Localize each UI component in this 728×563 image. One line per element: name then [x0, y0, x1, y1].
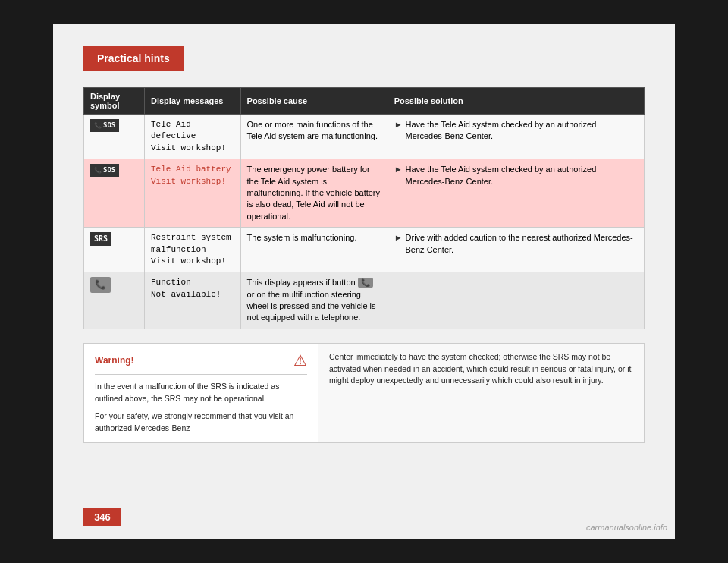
- table-row: 📞SOSTele Aid defectiveVisit workshop!One…: [84, 115, 645, 159]
- bullet-arrow: ►: [394, 119, 403, 131]
- warning-icon: ⚠: [293, 351, 307, 370]
- messages-cell: Tele Aid defectiveVisit workshop!: [145, 115, 241, 159]
- symbol-cell: 📞SOS: [84, 159, 145, 228]
- col-header-messages: Display messages: [145, 88, 241, 115]
- col-header-solution: Possible solution: [388, 88, 644, 115]
- page-number: 346: [83, 508, 121, 526]
- table-row: 📞SOSTele Aid batteryVisit workshop!The e…: [84, 159, 645, 228]
- solution-text: Have the Tele Aid system checked by an a…: [406, 119, 638, 143]
- solution-text: Drive with added caution to the nearest …: [406, 232, 638, 256]
- section-header: Practical hints: [83, 46, 184, 71]
- col-header-cause: Possible cause: [240, 88, 388, 115]
- warning-text: In the event a malfunction of the SRS is…: [95, 381, 307, 435]
- page-container: Practical hints Display symbol Display m…: [53, 24, 675, 539]
- bottom-section: Warning! ⚠ In the event a malfunction of…: [83, 343, 645, 443]
- solution-item: ►Have the Tele Aid system checked by an …: [394, 119, 638, 143]
- col-header-symbol: Display symbol: [84, 88, 145, 115]
- solution-text: Have the Tele Aid system checked by an a…: [406, 164, 638, 187]
- solution-item: ►Have the Tele Aid system checked by an …: [394, 164, 638, 187]
- sos-symbol: 📞SOS: [90, 164, 119, 177]
- cause-cell: The emergency power battery for the Tele…: [240, 159, 388, 228]
- warning-title: Warning!: [95, 355, 134, 366]
- continuation-box: Center immediately to have the system ch…: [318, 343, 645, 443]
- solution-cell: ►Have the Tele Aid system checked by an …: [388, 159, 644, 228]
- symbol-cell: SRS: [84, 228, 145, 272]
- table-row: SRSRestraint systemmalfunctionVisit work…: [84, 228, 645, 272]
- sos-symbol: 📞SOS: [90, 119, 119, 132]
- warning-header: Warning! ⚠: [95, 351, 307, 375]
- symbol-cell: 📞SOS: [84, 115, 145, 159]
- messages-cell: Restraint systemmalfunctionVisit worksho…: [145, 228, 241, 272]
- messages-cell: FunctionNot available!: [145, 272, 241, 329]
- continuation-text: Center immediately to have the system ch…: [329, 351, 633, 387]
- solution-cell: [388, 272, 644, 329]
- symbol-cell: 📞: [84, 272, 145, 329]
- warning-paragraph-1: In the event a malfunction of the SRS is…: [95, 381, 307, 405]
- warning-paragraph-2: For your safety, we strongly recommend t…: [95, 410, 307, 435]
- cause-cell: The system is malfunctioning.: [240, 228, 388, 272]
- bullet-arrow: ►: [394, 164, 403, 175]
- bullet-arrow: ►: [394, 232, 403, 244]
- srs-symbol: SRS: [90, 232, 111, 246]
- solution-item: ►Drive with added caution to the nearest…: [394, 232, 638, 256]
- solution-cell: ►Drive with added caution to the nearest…: [388, 228, 644, 272]
- messages-cell: Tele Aid batteryVisit workshop!: [145, 159, 241, 228]
- cause-cell: This display appears if button 📞 or on t…: [240, 272, 388, 329]
- watermark: carmanualsonline.info: [586, 523, 667, 532]
- display-table: Display symbol Display messages Possible…: [83, 87, 645, 329]
- section-title: Practical hints: [97, 52, 170, 64]
- table-row: 📞FunctionNot available!This display appe…: [84, 272, 645, 329]
- warning-box: Warning! ⚠ In the event a malfunction of…: [83, 343, 318, 443]
- cause-cell: One or more main functions of the Tele A…: [240, 115, 388, 159]
- phone-symbol: 📞: [90, 277, 111, 293]
- solution-cell: ►Have the Tele Aid system checked by an …: [388, 115, 644, 159]
